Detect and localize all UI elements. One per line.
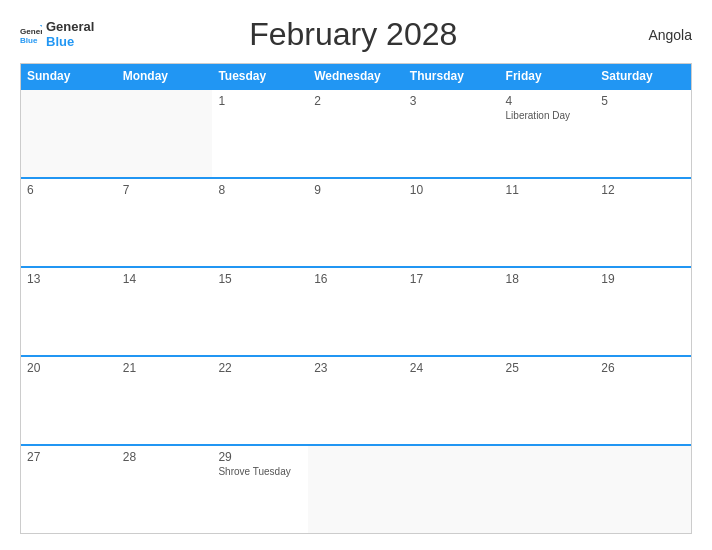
day-number: 29 (218, 450, 302, 464)
day-of-week-saturday: Saturday (595, 64, 691, 88)
calendar-cell: 1 (212, 90, 308, 177)
svg-text:General: General (20, 27, 42, 36)
calendar-cell (500, 446, 596, 533)
calendar-cell (595, 446, 691, 533)
day-number: 3 (410, 94, 494, 108)
calendar-cell: 4Liberation Day (500, 90, 596, 177)
day-number: 20 (27, 361, 111, 375)
calendar-cell (117, 90, 213, 177)
page: General Blue General Blue February 2028 … (0, 0, 712, 550)
day-number: 18 (506, 272, 590, 286)
calendar-week-3: 20212223242526 (21, 355, 691, 444)
calendar-cell: 29Shrove Tuesday (212, 446, 308, 533)
calendar-cell: 25 (500, 357, 596, 444)
day-number: 16 (314, 272, 398, 286)
day-number: 12 (601, 183, 685, 197)
holiday-label: Liberation Day (506, 110, 590, 121)
day-number: 17 (410, 272, 494, 286)
calendar-cell (404, 446, 500, 533)
country-label: Angola (612, 27, 692, 43)
day-number: 10 (410, 183, 494, 197)
calendar-cell: 3 (404, 90, 500, 177)
calendar-title: February 2028 (94, 16, 612, 53)
day-number: 21 (123, 361, 207, 375)
day-number: 11 (506, 183, 590, 197)
calendar-cell: 18 (500, 268, 596, 355)
day-of-week-tuesday: Tuesday (212, 64, 308, 88)
day-number: 1 (218, 94, 302, 108)
calendar-cell: 17 (404, 268, 500, 355)
calendar-cell: 15 (212, 268, 308, 355)
calendar-cell: 2 (308, 90, 404, 177)
day-number: 23 (314, 361, 398, 375)
day-number: 5 (601, 94, 685, 108)
logo-blue: Blue (46, 35, 94, 49)
calendar-cell: 27 (21, 446, 117, 533)
calendar-cell: 13 (21, 268, 117, 355)
day-of-week-sunday: Sunday (21, 64, 117, 88)
calendar-cell: 10 (404, 179, 500, 266)
calendar-cell: 26 (595, 357, 691, 444)
day-of-week-thursday: Thursday (404, 64, 500, 88)
logo-icon: General Blue (20, 24, 42, 46)
day-number: 6 (27, 183, 111, 197)
calendar-cell: 9 (308, 179, 404, 266)
logo: General Blue General Blue (20, 20, 94, 49)
day-number: 25 (506, 361, 590, 375)
calendar-cell (308, 446, 404, 533)
calendar-cell: 6 (21, 179, 117, 266)
day-number: 14 (123, 272, 207, 286)
calendar-cell: 20 (21, 357, 117, 444)
day-number: 15 (218, 272, 302, 286)
day-number: 27 (27, 450, 111, 464)
day-number: 8 (218, 183, 302, 197)
calendar-cell: 5 (595, 90, 691, 177)
calendar-cell: 19 (595, 268, 691, 355)
day-number: 9 (314, 183, 398, 197)
day-of-week-wednesday: Wednesday (308, 64, 404, 88)
calendar-cell: 23 (308, 357, 404, 444)
calendar-cell: 24 (404, 357, 500, 444)
day-number: 22 (218, 361, 302, 375)
calendar-week-2: 13141516171819 (21, 266, 691, 355)
holiday-label: Shrove Tuesday (218, 466, 302, 477)
calendar-week-0: 1234Liberation Day5 (21, 88, 691, 177)
calendar-cell: 21 (117, 357, 213, 444)
calendar-cell: 8 (212, 179, 308, 266)
day-of-week-friday: Friday (500, 64, 596, 88)
day-number: 19 (601, 272, 685, 286)
calendar-body: 1234Liberation Day5678910111213141516171… (21, 88, 691, 533)
calendar-cell (21, 90, 117, 177)
calendar: SundayMondayTuesdayWednesdayThursdayFrid… (20, 63, 692, 534)
logo-general: General (46, 20, 94, 34)
calendar-cell: 7 (117, 179, 213, 266)
calendar-cell: 14 (117, 268, 213, 355)
day-of-week-monday: Monday (117, 64, 213, 88)
calendar-cell: 11 (500, 179, 596, 266)
calendar-cell: 22 (212, 357, 308, 444)
day-number: 28 (123, 450, 207, 464)
header: General Blue General Blue February 2028 … (20, 16, 692, 53)
day-number: 2 (314, 94, 398, 108)
day-number: 13 (27, 272, 111, 286)
day-number: 24 (410, 361, 494, 375)
calendar-cell: 12 (595, 179, 691, 266)
svg-text:Blue: Blue (20, 36, 38, 45)
calendar-week-1: 6789101112 (21, 177, 691, 266)
calendar-cell: 16 (308, 268, 404, 355)
day-number: 7 (123, 183, 207, 197)
day-number: 4 (506, 94, 590, 108)
calendar-header: SundayMondayTuesdayWednesdayThursdayFrid… (21, 64, 691, 88)
calendar-week-4: 272829Shrove Tuesday (21, 444, 691, 533)
day-number: 26 (601, 361, 685, 375)
calendar-cell: 28 (117, 446, 213, 533)
